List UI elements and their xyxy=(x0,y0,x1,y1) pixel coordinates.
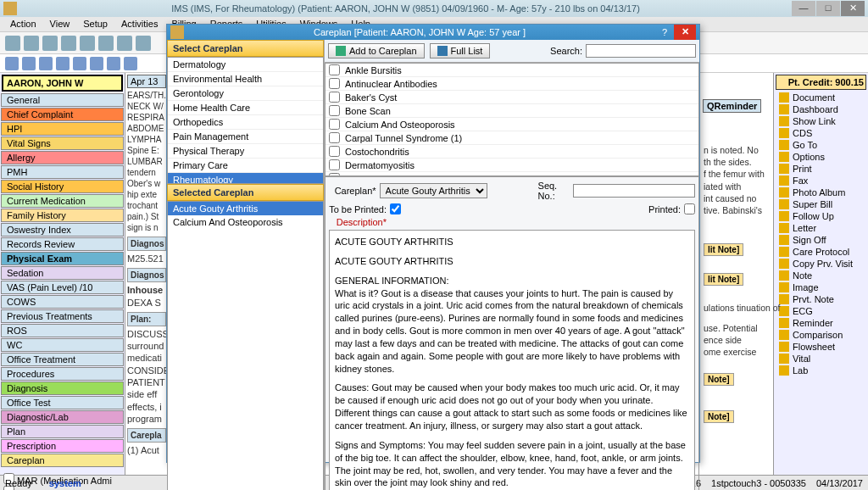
nav-diagnosis[interactable]: Diagnosis xyxy=(1,381,124,395)
minimize-button[interactable]: — xyxy=(792,1,815,16)
toolbar-icon[interactable] xyxy=(107,57,120,70)
add-list-row[interactable]: Calcium And Osteoporosis xyxy=(326,118,698,131)
nav-careplan[interactable]: Careplan xyxy=(1,454,124,467)
nav-oswestry-index[interactable]: Oswestry Index xyxy=(1,223,124,237)
nav-plan[interactable]: Plan xyxy=(1,425,124,438)
select-careplan-list[interactable]: DermatologyEnvironmental HealthGerontolo… xyxy=(167,57,324,184)
nav-chief-complaint[interactable]: Chief Complaint xyxy=(1,108,124,121)
add-item-checkbox[interactable] xyxy=(329,78,340,89)
nav-physical-exam[interactable]: Physical Exam xyxy=(1,252,124,265)
select-item[interactable]: Primary Care xyxy=(168,159,323,173)
toolbar-icon[interactable] xyxy=(98,36,114,51)
select-item[interactable]: Dermatology xyxy=(168,58,323,72)
add-item-checkbox[interactable] xyxy=(329,92,340,103)
nav-general[interactable]: General xyxy=(1,93,124,107)
right-lab[interactable]: Lab xyxy=(776,365,866,376)
nav-office-treatment[interactable]: Office Treatment xyxy=(1,353,124,366)
toolbar-icon[interactable] xyxy=(22,57,36,70)
nav-hpi[interactable]: HPI xyxy=(1,122,124,136)
full-list-button[interactable]: Full List xyxy=(430,43,491,58)
nav-sedation[interactable]: Sedation xyxy=(1,266,124,280)
toolbar-icon[interactable] xyxy=(42,36,58,51)
search-input[interactable] xyxy=(586,44,696,58)
modal-close-button[interactable]: ✕ xyxy=(674,25,696,40)
nav-diagnostic-lab[interactable]: Diagnostic/Lab xyxy=(1,410,124,424)
nav-current-medication[interactable]: Current Medication xyxy=(1,194,124,208)
add-item-checkbox[interactable] xyxy=(329,132,340,143)
selected-careplan-list[interactable]: Acute Gouty ArthritisCalcium And Osteopo… xyxy=(167,201,324,490)
help-button[interactable]: ? xyxy=(655,27,674,37)
select-item[interactable]: Pain Management xyxy=(168,130,323,144)
description-textarea[interactable]: ACUTE GOUTY ARTHRITIS ACUTE GOUTY ARTHRI… xyxy=(329,230,695,490)
right-sign-off[interactable]: Sign Off xyxy=(776,234,866,246)
nav-prescription[interactable]: Prescription xyxy=(1,439,124,453)
close-button[interactable]: ✕ xyxy=(841,1,865,16)
add-item-checkbox[interactable] xyxy=(329,64,340,75)
toolbar-icon[interactable] xyxy=(90,57,103,70)
maximize-button[interactable]: □ xyxy=(816,1,840,16)
add-list-row[interactable]: Ankle Bursitis xyxy=(326,64,698,77)
nav-allergy[interactable]: Allergy xyxy=(1,151,124,164)
selected-item[interactable]: Acute Gouty Arthritis xyxy=(168,202,323,215)
add-item-checkbox[interactable] xyxy=(329,146,340,157)
right-image[interactable]: Image xyxy=(776,281,866,293)
toolbar-icon[interactable] xyxy=(124,57,137,70)
date-tag[interactable]: Apr 13 xyxy=(127,75,166,88)
nav-vital-signs[interactable]: Vital Signs xyxy=(1,136,124,150)
nav-vas-pain-level-[interactable]: VAS (Pain Level) /10 xyxy=(1,281,124,294)
add-list-row[interactable]: Antinuclear Antibodies xyxy=(326,77,698,91)
right-cds[interactable]: CDS xyxy=(776,127,866,139)
add-item-checkbox[interactable] xyxy=(329,105,340,116)
toolbar-icon[interactable] xyxy=(5,57,19,70)
add-list-row[interactable]: Costochondritis xyxy=(326,145,698,159)
select-item[interactable]: Gerontology xyxy=(168,86,323,101)
selected-item[interactable]: Calcium And Osteoporosis xyxy=(168,215,323,229)
toolbar-icon[interactable] xyxy=(56,57,70,70)
nav-office-test[interactable]: Office Test xyxy=(1,396,124,409)
seqno-input[interactable] xyxy=(573,184,695,198)
toolbar-icon[interactable] xyxy=(80,36,95,51)
select-item[interactable]: Home Health Care xyxy=(168,101,323,115)
printed-checkbox[interactable] xyxy=(684,203,695,214)
toolbar-icon[interactable] xyxy=(39,57,53,70)
nav-cows[interactable]: COWS xyxy=(1,295,124,309)
right-note[interactable]: Note xyxy=(776,270,866,281)
toolbar-icon[interactable] xyxy=(73,57,86,70)
add-list-row[interactable]: Baker's Cyst xyxy=(326,91,698,104)
nav-ros[interactable]: ROS xyxy=(1,324,124,337)
add-item-checkbox[interactable] xyxy=(329,119,340,130)
nav-previous-treatments[interactable]: Previous Treatments xyxy=(1,309,124,323)
add-list-row[interactable]: Dermatomyositis xyxy=(326,159,698,172)
note-header[interactable]: lit Note] xyxy=(704,273,743,286)
menu-view[interactable]: View xyxy=(43,17,77,31)
nav-family-history[interactable]: Family History xyxy=(1,209,124,222)
qreminder-tab[interactable]: QReminder xyxy=(703,99,761,113)
add-list-row[interactable]: Carpal Tunnel Syndrome (1) xyxy=(326,131,698,145)
right-copy-prv-visit[interactable]: Copy Prv. Visit xyxy=(776,258,866,270)
right-dashboard[interactable]: Dashboard xyxy=(776,103,866,115)
toolbar-icon[interactable] xyxy=(5,36,20,51)
nav-procedures[interactable]: Procedures xyxy=(1,367,124,381)
careplan-add-list[interactable]: Ankle BursitisAntinuclear AntibodiesBake… xyxy=(325,63,699,176)
note-header[interactable]: lit Note] xyxy=(704,243,743,256)
menu-setup[interactable]: Setup xyxy=(76,17,114,31)
toolbar-icon[interactable] xyxy=(136,36,151,51)
toolbar-icon[interactable] xyxy=(61,36,76,51)
select-item[interactable]: Physical Therapy xyxy=(168,144,323,159)
add-item-checkbox[interactable] xyxy=(329,159,340,170)
note-header[interactable]: Note] xyxy=(704,373,734,386)
careplan-select[interactable]: Acute Gouty Arthritis xyxy=(380,183,487,198)
menu-activities[interactable]: Activities xyxy=(114,17,164,31)
nav-wc[interactable]: WC xyxy=(1,338,124,352)
add-to-careplan-button[interactable]: Add to Careplan xyxy=(328,43,425,58)
tobeprinted-checkbox[interactable] xyxy=(390,203,401,214)
select-item[interactable]: Rheumatology xyxy=(168,173,323,184)
add-list-row[interactable]: Bone Scan xyxy=(326,104,698,118)
right-document[interactable]: Document xyxy=(776,92,866,103)
right-show-link[interactable]: Show Link xyxy=(776,115,866,127)
right-care-protocol[interactable]: Care Protocol xyxy=(776,246,866,258)
menu-action[interactable]: Action xyxy=(3,17,43,31)
toolbar-icon[interactable] xyxy=(117,36,132,51)
note-header[interactable]: Note] xyxy=(704,410,734,423)
nav-records-review[interactable]: Records Review xyxy=(1,237,124,251)
